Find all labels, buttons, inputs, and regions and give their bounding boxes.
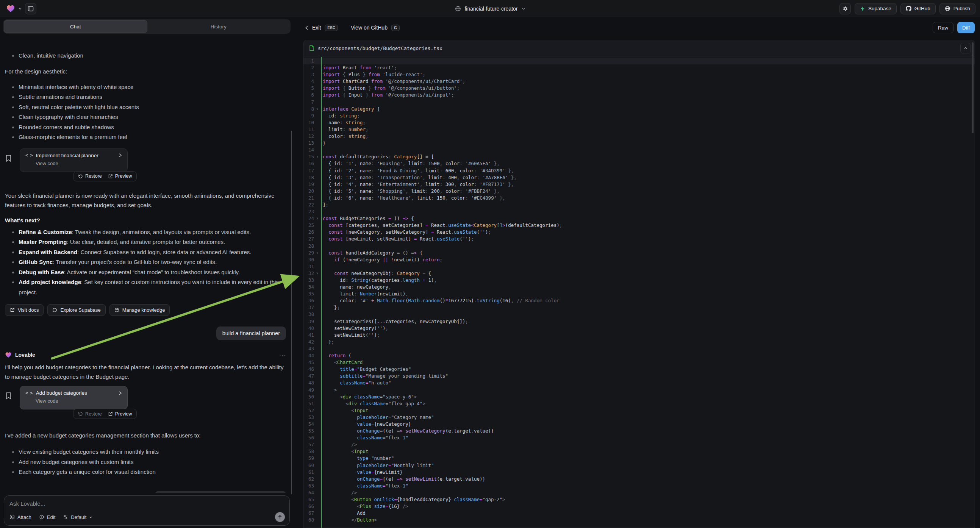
explore-supabase-button[interactable]: Explore Supabase <box>47 304 105 316</box>
preview-button[interactable]: Preview <box>108 411 132 417</box>
version-card-add-budget-categories[interactable]: < > Add budget categories View code <box>20 386 128 409</box>
tab-chat[interactable]: Chat <box>4 20 147 33</box>
code-line: 63 className="flex-1" <box>304 483 975 489</box>
workspace-chevron-down-icon[interactable] <box>18 7 22 11</box>
code-line: 49 > <box>304 387 975 394</box>
code-line: 9 id: string; <box>304 113 975 119</box>
chat-scrollbar[interactable] <box>291 131 292 494</box>
github-button[interactable]: GitHub <box>900 3 935 14</box>
supabase-button[interactable]: Supabase <box>854 3 897 14</box>
restore-button[interactable]: Restore <box>78 411 102 417</box>
code-scrollbar[interactable] <box>972 43 974 133</box>
code-line: 44 return ( <box>304 352 975 359</box>
chevron-right-icon[interactable] <box>119 391 122 396</box>
code-view-header: Exit ESC View on GitHub G Raw Diff <box>294 17 980 38</box>
collapse-file-button[interactable] <box>960 43 971 53</box>
bookmark-icon[interactable] <box>5 154 12 162</box>
visit-docs-button[interactable]: Visit docs <box>5 304 44 316</box>
whats-next-item: Add project knowledge: Set key context o… <box>5 277 286 297</box>
restore-button[interactable]: Restore <box>78 173 102 179</box>
bullet-item: Rounded corners and subtle shadows <box>5 122 286 132</box>
message-more-menu[interactable]: ··· <box>279 352 286 358</box>
edit-mode-button[interactable]: Edit <box>39 514 55 520</box>
tab-history[interactable]: History <box>147 20 290 33</box>
version-card-implement-financial-planner[interactable]: < > Implement financial planner View cod… <box>20 148 128 172</box>
model-selector[interactable]: Default <box>63 514 92 520</box>
design-aesthetic-heading: For the design aesthetic: <box>5 68 286 75</box>
bookmark-icon[interactable] <box>5 392 12 399</box>
fold-chevron-icon[interactable]: ∨ <box>316 270 318 277</box>
chat-scroll-area[interactable]: Clean, intuitive navigation For the desi… <box>0 50 294 493</box>
chat-bubble-icon <box>52 308 57 312</box>
chevron-left-icon[interactable] <box>305 25 309 30</box>
exit-button[interactable]: Exit <box>312 25 321 31</box>
bullet-item: Each category gets a unique color for vi… <box>5 467 286 477</box>
code-line: 65 <Button onClick={handleAddCategory} c… <box>304 496 975 503</box>
code-line: 1 <box>304 57 975 64</box>
chat-input[interactable]: Ask Lovable... <box>10 500 284 507</box>
package-icon <box>115 308 119 312</box>
external-link-icon <box>10 308 15 312</box>
restore-icon <box>78 174 83 179</box>
quick-actions-row: Visit docs Explore Supabase Manage knowl… <box>5 304 286 316</box>
fold-chevron-icon[interactable]: ∨ <box>316 215 318 222</box>
bullet-item: Soft, neutral color palette with light b… <box>5 102 286 113</box>
code-line: 50 <div className="space-y-6"> <box>304 394 975 400</box>
code-line: 58 <Input <box>304 448 975 455</box>
code-line: 4import ChartCard from '@/components/ui/… <box>304 78 975 85</box>
send-button[interactable] <box>275 512 285 522</box>
code-line: 39 setCategories([...categories, newCate… <box>304 318 975 325</box>
attach-image-icon <box>10 514 15 520</box>
external-link-icon <box>108 411 113 416</box>
code-line: 57 /> <box>304 441 975 448</box>
sliders-icon <box>63 514 68 520</box>
bullet-item: Subtle animations and transitions <box>5 92 286 102</box>
code-editor[interactable]: 12import React from 'react';3import { Pl… <box>304 57 975 528</box>
raw-toggle-button[interactable]: Raw <box>933 22 953 33</box>
publish-button[interactable]: Publish <box>939 3 975 14</box>
supabase-bolt-icon <box>860 6 865 11</box>
code-line: 17 { id: '2', name: 'Food & Dining', lim… <box>304 167 975 174</box>
manage-knowledge-button[interactable]: Manage knowledge <box>110 304 170 316</box>
code-line: 56 className="flex-1" <box>304 434 975 441</box>
top-bar: financial-future-creator Supabase GitHub… <box>0 0 980 17</box>
feature-bullet-list: View existing budget categories with the… <box>5 447 286 477</box>
code-line: 38 <box>304 311 975 318</box>
fold-chevron-icon[interactable]: ∨ <box>316 250 318 256</box>
lovable-avatar-icon <box>5 351 12 358</box>
assistant-name: Lovable <box>15 352 276 358</box>
settings-button[interactable] <box>840 3 851 14</box>
chevron-down-icon <box>89 515 92 519</box>
code-line: 42 }; <box>304 339 975 345</box>
lovable-logo-icon[interactable] <box>6 4 15 13</box>
view-code-link[interactable]: View code <box>36 161 122 166</box>
chat-composer[interactable]: Ask Lovable... Attach Edit Default <box>4 495 290 526</box>
fold-chevron-icon[interactable]: ∨ <box>316 106 318 113</box>
code-line: 67 Add <box>304 510 975 517</box>
view-code-link[interactable]: View code <box>36 398 122 404</box>
project-globe-icon <box>455 6 461 12</box>
chevron-right-icon[interactable] <box>119 153 122 157</box>
view-on-github-link[interactable]: View on GitHub <box>351 25 388 31</box>
code-line: 33 id: String(categories.length + 1), <box>304 277 975 284</box>
project-switcher[interactable]: financial-future-creator <box>455 6 525 12</box>
code-line: 12 color: string; <box>304 133 975 140</box>
attach-button[interactable]: Attach <box>10 514 32 520</box>
code-line: 21 { id: '6', name: 'Healthcare', limit:… <box>304 195 975 202</box>
code-view-panel: Exit ESC View on GitHub G Raw Diff src/c… <box>294 17 980 528</box>
code-line: 11 limit: number; <box>304 126 975 133</box>
code-line: 25 const [categories, setCategories] = R… <box>304 222 975 229</box>
bullet-item: Clean typography with clear hierarchies <box>5 112 286 122</box>
code-line: 13} <box>304 140 975 146</box>
code-line: 18 { id: '3', name: 'Transportation', li… <box>304 174 975 181</box>
code-icon: < > <box>25 153 33 158</box>
file-header[interactable]: src/components/budget/BudgetCategories.t… <box>304 40 975 56</box>
diff-toggle-button[interactable]: Diff <box>957 22 975 33</box>
code-line: 47 subtitle="Manage your spending limits… <box>304 373 975 380</box>
fold-chevron-icon[interactable]: ∨ <box>316 153 318 160</box>
toggle-sidebar-button[interactable] <box>25 3 37 14</box>
whats-next-item: Debug with Ease: Activate our experiment… <box>5 267 286 278</box>
code-line: 34 name: newCategory, <box>304 284 975 291</box>
bullet-item: Glass-morphic elements for a premium fee… <box>5 132 286 142</box>
preview-button[interactable]: Preview <box>108 173 132 179</box>
